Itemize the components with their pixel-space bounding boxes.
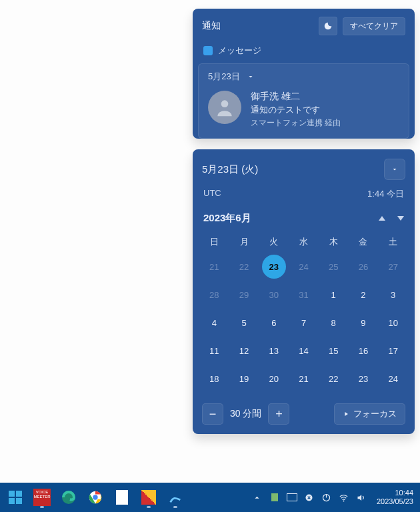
calendar-dow-header: 土 [378,233,408,251]
calendar-day[interactable]: 27 [378,254,408,279]
tray-icon-volume[interactable] [354,486,369,509]
chevron-down-icon [391,165,399,173]
calendar-day[interactable]: 29 [229,282,259,307]
notification-title: 通知 [202,20,221,32]
calendar-day[interactable]: 16 [349,338,379,363]
calendar-dow-header: 金 [349,233,379,251]
focus-duration-unit: 分間 [243,408,261,419]
do-not-disturb-button[interactable] [319,17,337,35]
calendar-day[interactable]: 10 [378,310,408,335]
calendar-day[interactable]: 6 [259,310,289,335]
prev-month-button[interactable] [379,216,385,221]
calendar-day[interactable]: 30 [259,282,289,307]
calendar-day[interactable]: 31 [289,282,319,307]
calendar-day[interactable]: 25 [319,254,349,279]
calendar-day[interactable]: 21 [289,366,319,391]
calendar-month-label[interactable]: 2023年6月 [203,212,251,225]
svg-point-0 [221,100,229,107]
tray-icon-1[interactable] [267,486,282,509]
svg-point-7 [93,495,97,499]
calendar-day[interactable]: 3 [378,282,408,307]
calendar-day[interactable]: 28 [199,282,229,307]
windows-logo-icon [9,491,22,504]
calendar-day[interactable]: 18 [199,366,229,391]
notification-body: 通知のテストです [251,104,341,116]
calendar-day[interactable]: 22 [229,254,259,279]
wifi-icon [339,493,349,503]
calendar-day[interactable]: 12 [229,338,259,363]
notification-item[interactable]: 5月23日 御手洗 雄二 通知のテストです スマートフォン連携 経由 [198,63,409,139]
focus-button[interactable]: フォーカス [334,403,405,425]
calendar-day[interactable]: 23 [349,366,379,391]
notification-sender: 御手洗 雄二 [251,91,341,103]
calendar-day[interactable]: 26 [349,254,379,279]
notification-date: 5月23日 [208,71,240,83]
calendar-dow-header: 水 [289,233,319,251]
timezone-time: 1:44 今日 [367,188,404,200]
svg-rect-4 [16,498,22,504]
calendar-day[interactable]: 4 [199,310,229,335]
calendar-day[interactable]: 21 [199,254,229,279]
calendar-day[interactable]: 20 [259,366,289,391]
calendar-day[interactable]: 1 [319,282,349,307]
calendar-day[interactable]: 15 [319,338,349,363]
tray-icon-wifi[interactable] [337,486,351,509]
taskbar-app-chrome[interactable] [84,486,107,509]
tray-icon-2[interactable] [285,486,299,509]
calendar-day[interactable]: 19 [229,366,259,391]
monitor-icon [287,493,297,501]
notification-via: スマートフォン連携 経由 [251,117,341,129]
calendar-panel: 5月23日 (火) UTC 1:44 今日 2023年6月 日月火水木金土212… [193,149,415,434]
messages-app-icon [203,46,213,55]
calendar-dow-header: 日 [199,233,229,251]
taskbar-app-voicemeeter[interactable]: VOICEMEETER [31,486,53,509]
moon-icon [323,21,333,31]
calendar-header-date[interactable]: 5月23日 (火) [202,163,258,176]
tray-overflow-button[interactable] [250,486,265,509]
notification-app-label[interactable]: メッセージ [193,39,415,63]
taskbar-app-start[interactable] [4,486,27,509]
chevron-down-icon[interactable] [247,73,255,81]
calendar-collapse-button[interactable] [384,159,405,180]
clock-date: 2023/05/23 [377,497,413,506]
duration-decrease-button[interactable]: − [202,403,223,425]
calendar-day[interactable]: 24 [378,366,408,391]
calendar-day-today[interactable]: 23 [262,255,286,279]
timezone-label[interactable]: UTC [203,188,221,200]
close-circle-icon [304,493,314,503]
taskbar-app-generic2[interactable] [164,486,187,509]
calendar-day[interactable]: 11 [199,338,229,363]
focus-duration-value: 30 [230,408,241,419]
clear-all-button[interactable]: すべてクリア [343,17,405,35]
taskbar-app-edge[interactable] [57,486,80,509]
calendar-day[interactable]: 8 [319,310,349,335]
calendar-day[interactable]: 9 [349,310,379,335]
calendar-day[interactable]: 2 [349,282,379,307]
svg-rect-3 [9,498,15,504]
calendar-day[interactable]: 17 [378,338,408,363]
notification-panel: 通知 すべてクリア メッセージ 5月23日 御手洗 雄二 [193,9,415,139]
focus-duration-stepper: − 30 分間 + [202,403,289,425]
app-icon [168,490,183,505]
calendar-day[interactable]: 7 [289,310,319,335]
svg-point-11 [343,500,345,501]
taskbar-app-explorer[interactable] [111,486,133,509]
power-icon [321,493,331,503]
taskbar: VOICEMEETER [0,483,420,512]
duration-increase-button[interactable]: + [268,403,289,425]
calendar-day[interactable]: 5 [229,310,259,335]
tray-generic-icon [271,493,278,501]
svg-rect-1 [9,491,15,497]
taskbar-app-generic1[interactable] [137,486,160,509]
next-month-button[interactable] [397,216,404,221]
tray-icon-power[interactable] [319,486,334,509]
person-icon [214,97,235,118]
volume-icon [356,493,366,503]
calendar-day[interactable]: 14 [289,338,319,363]
tray-icon-3[interactable] [302,486,317,509]
taskbar-clock[interactable]: 10:44 2023/05/23 [377,489,413,506]
calendar-dow-header: 月 [229,233,259,251]
calendar-day[interactable]: 24 [289,254,319,279]
calendar-day[interactable]: 13 [259,338,289,363]
calendar-day[interactable]: 22 [319,366,349,391]
